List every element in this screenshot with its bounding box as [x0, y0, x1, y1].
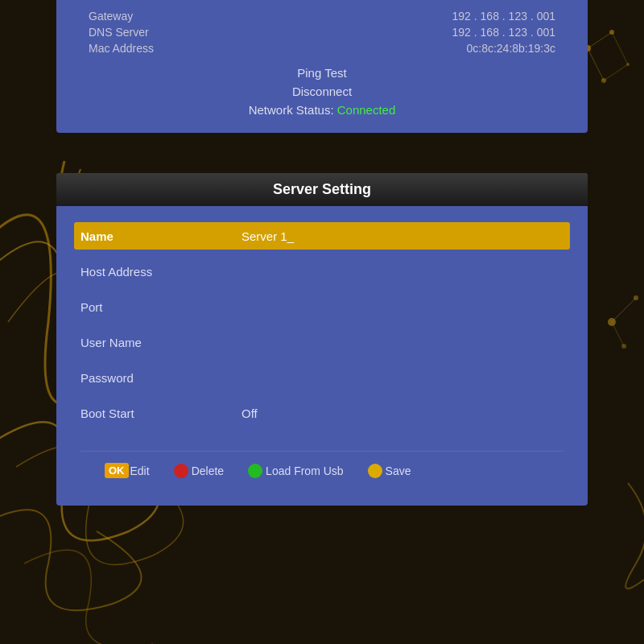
name-row[interactable]: Name Server 1_: [74, 222, 570, 250]
port-label: Port: [80, 300, 242, 314]
save-action[interactable]: Save: [368, 464, 411, 478]
name-label: Name: [80, 229, 242, 243]
ok-edit-action[interactable]: OK Edit: [105, 463, 150, 478]
boot-start-row[interactable]: Boot Start Off: [80, 399, 564, 427]
boot-start-label: Boot Start: [80, 407, 242, 420]
gateway-value: 192 . 168 . 123 . 001: [452, 10, 555, 23]
password-label: Password: [80, 371, 242, 385]
load-usb-action[interactable]: Load From Usb: [248, 464, 343, 478]
dns-row: DNS Server 192 . 168 . 123 . 001: [72, 26, 572, 39]
server-panel-body: Name Server 1_ Host Address Port User Na…: [56, 206, 588, 506]
dns-value: 192 . 168 . 123 . 001: [452, 26, 555, 39]
delete-action[interactable]: Delete: [174, 464, 224, 478]
disconnect-button[interactable]: Disconnect: [72, 85, 572, 98]
password-row[interactable]: Password: [80, 364, 564, 391]
ok-button[interactable]: OK: [105, 463, 129, 478]
boot-start-value: Off: [242, 407, 258, 420]
server-setting-panel: Server Setting Name Server 1_ Host Addre…: [56, 173, 588, 506]
mac-label: Mac Address: [89, 42, 185, 55]
network-status-row: Network Status: Connected: [72, 103, 572, 117]
network-status-value: Connected: [337, 103, 396, 117]
host-address-label: Host Address: [80, 265, 242, 279]
network-panel: Gateway 192 . 168 . 123 . 001 DNS Server…: [56, 0, 588, 133]
port-row[interactable]: Port: [80, 293, 564, 320]
network-actions: Ping Test Disconnect: [72, 66, 572, 98]
mac-row: Mac Address 0c:8c:24:8b:19:3c: [72, 42, 572, 55]
load-usb-label: Load From Usb: [266, 464, 343, 477]
yellow-dot-icon: [368, 464, 382, 478]
gateway-row: Gateway 192 . 168 . 123 . 001: [72, 10, 572, 23]
name-value: Server 1_: [242, 229, 294, 243]
host-address-row[interactable]: Host Address: [80, 258, 564, 285]
red-dot-icon: [174, 464, 188, 478]
save-label: Save: [386, 464, 411, 477]
username-label: User Name: [80, 336, 242, 349]
server-panel-title: Server Setting: [56, 173, 588, 206]
action-bar: OK Edit Delete Load From Usb Save: [80, 451, 564, 489]
green-dot-icon: [248, 464, 262, 478]
ping-test-button[interactable]: Ping Test: [72, 66, 572, 80]
network-status-label: Network Status:: [249, 103, 334, 117]
mac-value: 0c:8c:24:8b:19:3c: [466, 42, 555, 55]
dns-label: DNS Server: [89, 26, 185, 39]
delete-label: Delete: [192, 464, 224, 477]
gateway-label: Gateway: [89, 10, 185, 23]
username-row[interactable]: User Name: [80, 328, 564, 356]
edit-label: Edit: [130, 464, 150, 477]
